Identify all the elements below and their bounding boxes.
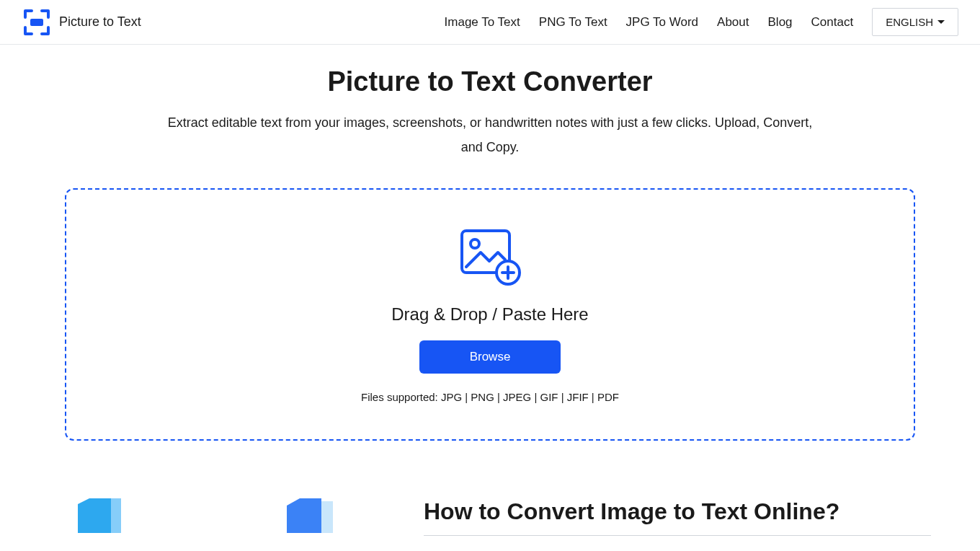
language-label: ENGLISH [886, 16, 933, 28]
nav-about[interactable]: About [717, 15, 749, 30]
supported-formats-label: Files supported: JPG | PNG | JPEG | GIF … [361, 391, 619, 403]
nav-blog[interactable]: Blog [768, 15, 793, 30]
dropzone-instruction: Drag & Drop / Paste Here [391, 304, 588, 325]
file-dropzone[interactable]: Drag & Drop / Paste Here Browse Files su… [65, 188, 915, 441]
main-content: Picture to Text Converter Extract editab… [0, 45, 980, 550]
upload-image-icon [458, 226, 522, 287]
how-to-illustration [49, 498, 380, 533]
svg-rect-0 [30, 19, 43, 26]
how-to-section: How to Convert Image to Text Online? [0, 441, 980, 550]
nav-png-to-text[interactable]: PNG To Text [539, 15, 607, 30]
language-selector[interactable]: ENGLISH [872, 8, 958, 36]
document-icon [287, 498, 380, 533]
nav-jpg-to-word[interactable]: JPG To Word [626, 15, 698, 30]
browse-button[interactable]: Browse [419, 340, 561, 374]
brand-name: Picture to Text [59, 14, 141, 30]
nav-image-to-text[interactable]: Image To Text [445, 15, 520, 30]
how-to-heading: How to Convert Image to Text Online? [424, 498, 931, 525]
document-icon [78, 498, 172, 533]
main-header: Picture to Text Image To Text PNG To Tex… [0, 0, 980, 45]
brand-logo-area[interactable]: Picture to Text [22, 7, 141, 38]
svg-point-2 [471, 239, 479, 248]
page-title: Picture to Text Converter [0, 66, 980, 97]
main-nav: Image To Text PNG To Text JPG To Word Ab… [445, 8, 958, 36]
brand-logo-icon [22, 7, 52, 38]
divider [424, 535, 931, 536]
nav-contact[interactable]: Contact [811, 15, 854, 30]
chevron-down-icon [937, 20, 945, 24]
page-subtitle: Extract editable text from your images, … [159, 110, 821, 159]
how-to-text: How to Convert Image to Text Online? [424, 498, 931, 550]
